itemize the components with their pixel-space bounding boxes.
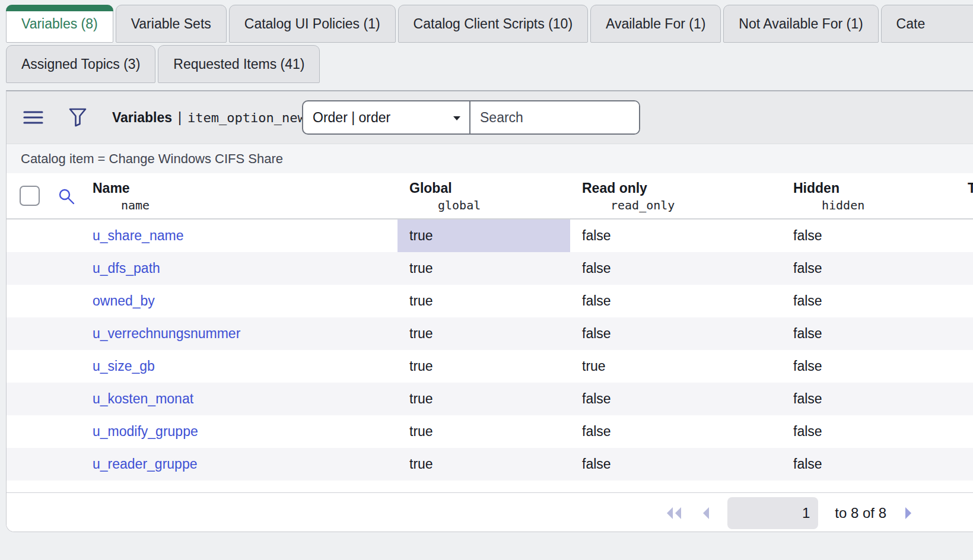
row-hidden-cell: false	[793, 415, 822, 448]
column-label: Read only	[582, 179, 675, 197]
column-field-name: read_only	[610, 197, 675, 214]
row-global-cell: true	[398, 350, 570, 383]
related-list-tabs-row-2: Assigned Topics (3) Requested Items (41)	[6, 45, 320, 83]
related-list-tabs-row-1: Variables (8) Variable Sets Catalog UI P…	[6, 5, 973, 43]
first-page-icon	[664, 505, 683, 521]
column-header-type-clipped[interactable]: T	[968, 179, 973, 197]
row-read-only-cell: false	[582, 415, 611, 448]
row-hidden-cell: false	[793, 383, 822, 415]
tab-label: Catalog Client Scripts (10)	[414, 16, 573, 32]
table-row: u_share_name true false false R	[7, 219, 973, 252]
row-name-link[interactable]: u_kosten_monat	[93, 383, 193, 415]
search-field-dropdown[interactable]: Order | order	[303, 101, 470, 133]
pagination-range-label: to 8 of 8	[835, 505, 886, 521]
filter-breadcrumb[interactable]: Catalog item = Change Windows CIFS Share	[7, 144, 973, 173]
next-page-icon	[903, 505, 914, 521]
row-read-only-cell: false	[582, 317, 611, 350]
column-field-name: global	[438, 197, 481, 214]
column-label: Global	[409, 179, 481, 197]
tab-variable-sets[interactable]: Variable Sets	[116, 5, 227, 43]
previous-page-button[interactable]	[700, 505, 711, 521]
list-context-menu-button[interactable]	[23, 110, 43, 125]
column-field-name: name	[121, 197, 150, 214]
search-icon	[58, 187, 75, 205]
filter-breadcrumb-text: Catalog item = Change Windows CIFS Share	[21, 151, 283, 167]
row-name-link[interactable]: u_modify_gruppe	[93, 415, 198, 448]
tab-label: Catalog UI Policies (1)	[244, 16, 380, 32]
list-search-group: Order | order	[302, 100, 640, 135]
row-name-link[interactable]: u_verrechnungsnummer	[93, 317, 240, 350]
column-label: Name	[93, 179, 150, 197]
table-row: u_size_gb true true false S	[7, 350, 973, 383]
table-row: u_kosten_monat true false false S	[7, 383, 973, 415]
row-global-cell: true	[398, 383, 570, 415]
column-header-read-only[interactable]: Read only read_only	[582, 179, 675, 214]
row-hidden-cell: false	[793, 252, 822, 285]
list-table-name: item_option_new	[187, 110, 306, 125]
tab-not-available-for[interactable]: Not Available For (1)	[723, 5, 878, 43]
tab-available-for[interactable]: Available For (1)	[590, 5, 721, 43]
previous-page-icon	[700, 505, 711, 521]
tab-label: Cate	[896, 16, 926, 32]
title-separator: |	[178, 110, 182, 126]
row-global-cell: true	[398, 252, 570, 285]
column-header-global[interactable]: Global global	[409, 179, 481, 214]
tab-requested-items[interactable]: Requested Items (41)	[158, 45, 320, 83]
row-global-cell: true	[398, 448, 570, 481]
tab-assigned-topics[interactable]: Assigned Topics (3)	[6, 45, 155, 83]
row-hidden-cell: false	[793, 350, 822, 383]
row-read-only-cell: false	[582, 448, 611, 481]
row-global-cell: true	[398, 317, 570, 350]
list-filter-button[interactable]	[68, 107, 87, 128]
column-field-name: hidden	[822, 197, 864, 214]
table-body: u_share_name true false false R u_dfs_pa…	[7, 219, 973, 481]
row-global-cell: true	[398, 415, 570, 448]
list-pagination: to 8 of 8	[7, 492, 973, 532]
column-header-name[interactable]: Name name	[93, 179, 150, 214]
row-hidden-cell: false	[793, 317, 822, 350]
row-hidden-cell: false	[793, 285, 822, 317]
tab-catalog-ui-policies[interactable]: Catalog UI Policies (1)	[229, 5, 396, 43]
tab-label: Available For (1)	[606, 16, 705, 32]
current-row-input[interactable]	[727, 497, 818, 529]
tab-label: Assigned Topics (3)	[21, 56, 140, 72]
row-read-only-cell: false	[582, 252, 611, 285]
table-row: u_modify_gruppe true false false R	[7, 415, 973, 448]
row-name-link[interactable]: owned_by	[93, 285, 155, 317]
list-search-input[interactable]	[470, 101, 639, 133]
list-toolbar: Variables | item_option_new Order | orde…	[7, 91, 973, 144]
tab-categories-clipped[interactable]: Cate	[881, 5, 973, 43]
row-read-only-cell: false	[582, 383, 611, 415]
select-all-checkbox[interactable]	[20, 186, 40, 206]
column-label: T	[968, 179, 973, 197]
chevron-down-icon	[453, 116, 461, 121]
column-search-toggle[interactable]	[58, 187, 75, 208]
row-global-cell: true	[398, 285, 570, 317]
first-page-button[interactable]	[664, 505, 683, 521]
search-field-dropdown-value: Order | order	[313, 110, 390, 126]
tab-variables[interactable]: Variables (8)	[6, 5, 113, 43]
row-name-link[interactable]: u_reader_gruppe	[93, 448, 197, 481]
tab-label: Variables (8)	[21, 16, 98, 32]
row-global-cell: true	[398, 219, 570, 252]
row-name-link[interactable]: u_dfs_path	[93, 252, 160, 285]
table-row: owned_by true false false R	[7, 285, 973, 317]
row-hidden-cell: false	[793, 219, 822, 252]
row-hidden-cell: false	[793, 448, 822, 481]
tab-label: Variable Sets	[131, 16, 211, 32]
table-row: u_verrechnungsnummer true false false S	[7, 317, 973, 350]
table-header: Name name Global global Read only read_o…	[7, 173, 973, 219]
list-title: Variables	[112, 110, 172, 126]
row-name-link[interactable]: u_share_name	[93, 219, 183, 252]
row-read-only-cell: true	[582, 350, 606, 383]
column-label: Hidden	[793, 179, 864, 197]
table-row: u_reader_gruppe true false false R	[7, 448, 973, 481]
filter-funnel-icon	[68, 107, 87, 128]
tab-catalog-client-scripts[interactable]: Catalog Client Scripts (10)	[398, 5, 588, 43]
variables-list-panel: Variables | item_option_new Order | orde…	[6, 90, 973, 532]
next-page-button[interactable]	[903, 505, 914, 521]
row-name-link[interactable]: u_size_gb	[93, 350, 155, 383]
column-header-hidden[interactable]: Hidden hidden	[793, 179, 864, 214]
tab-label: Requested Items (41)	[173, 56, 304, 72]
table-row: u_dfs_path true false false S	[7, 252, 973, 285]
